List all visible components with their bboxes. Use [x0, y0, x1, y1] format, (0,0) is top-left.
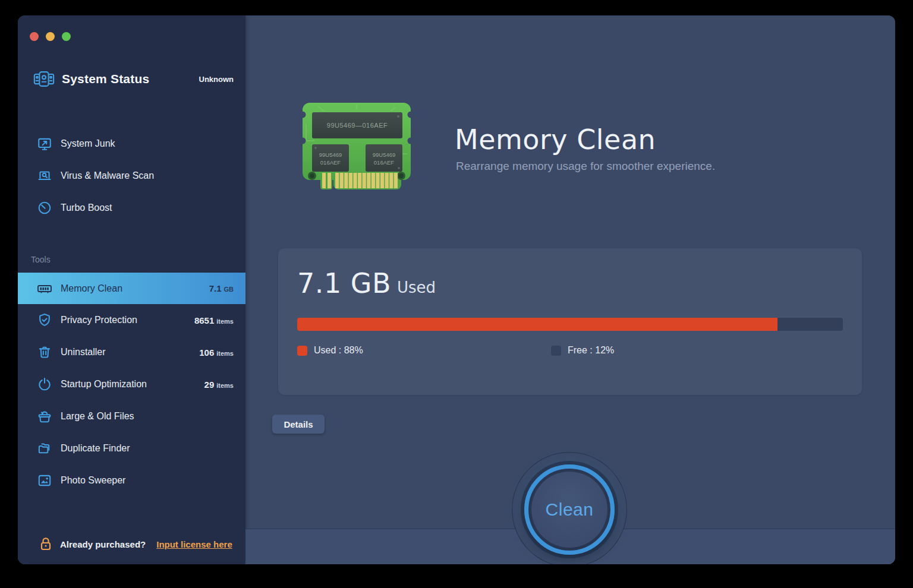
sidebar-item-startup-optimization[interactable]: Startup Optimization 29 items: [18, 368, 245, 400]
window-controls: [30, 32, 71, 41]
sidebar-item-large-old-files[interactable]: Large & Old Files: [18, 400, 245, 432]
basket-icon: [37, 409, 52, 424]
svg-text:99U5469: 99U5469: [373, 151, 396, 158]
svg-text:016AEF: 016AEF: [320, 159, 341, 166]
chip-top-label: 99U5469—016AEF: [327, 122, 388, 129]
memory-legend: Used : 88% Free : 12%: [297, 345, 843, 356]
lock-icon: [39, 536, 52, 552]
sidebar-item-system-junk[interactable]: System Junk: [18, 128, 245, 160]
main-content: 99U5469—016AEF 99U5469 016AEF 99U5469 01…: [245, 15, 895, 564]
clean-button-label: Clean: [546, 500, 594, 520]
used-swatch: [297, 346, 307, 356]
sidebar-item-label: Photo Sweeper: [61, 475, 125, 486]
sidebar-item-value: 29 items: [204, 380, 234, 390]
memory-chip-illustration: 99U5469—016AEF 99U5469 016AEF 99U5469 01…: [300, 99, 413, 193]
sidebar-item-duplicate-finder[interactable]: Duplicate Finder: [18, 432, 245, 464]
sidebar-item-value: 8651 items: [194, 315, 234, 325]
memory-usage-panel: 7.1 GB Used Used : 88% Free : 12%: [278, 248, 862, 395]
sidebar-item-label: Memory Clean: [61, 283, 122, 294]
turbo-boost-icon: [37, 200, 52, 216]
sidebar-item-label: Startup Optimization: [61, 379, 147, 390]
memory-amount-suffix: Used: [397, 279, 436, 296]
legend-used-label: Used : 88%: [314, 345, 363, 356]
legend-used: Used : 88%: [297, 345, 363, 356]
tools-section-header: Tools: [31, 255, 51, 264]
sidebar-item-label: Duplicate Finder: [61, 443, 130, 454]
app-window: System Status Unknown System Junk Virus …: [18, 15, 895, 564]
clean-button[interactable]: Clean: [524, 464, 615, 555]
sidebar-item-label: Uninstaller: [61, 347, 106, 358]
sidebar-item-value: 106 items: [199, 347, 234, 358]
sidebar: System Status Unknown System Junk Virus …: [18, 15, 245, 564]
sidebar-item-label: Virus & Malware Scan: [61, 170, 154, 181]
memory-bar-fill: [297, 318, 777, 331]
memory-clean-icon: [37, 281, 52, 296]
close-button[interactable]: [30, 32, 39, 41]
photo-icon: [37, 473, 52, 488]
sidebar-item-turbo-boost[interactable]: Turbo Boost: [18, 192, 245, 224]
trash-icon: [37, 344, 52, 360]
privacy-shield-icon: [37, 312, 52, 328]
minimize-button[interactable]: [46, 32, 55, 41]
legend-free: Free : 12%: [551, 345, 614, 356]
power-icon: [37, 377, 52, 392]
memory-amount: 7.1 GB: [297, 267, 391, 299]
duplicate-folders-icon: [37, 441, 52, 456]
svg-text:016AEF: 016AEF: [374, 159, 395, 166]
memory-bar-track: [297, 318, 843, 331]
sidebar-item-memory-clean[interactable]: Memory Clean 7.1 GB: [18, 273, 245, 304]
system-junk-icon: [37, 136, 52, 151]
virus-scan-icon: [37, 168, 52, 184]
sidebar-item-label: System Junk: [61, 138, 115, 149]
page-subtitle: Rearrange memory usage for smoother expe…: [456, 160, 715, 173]
sidebar-item-photo-sweeper[interactable]: Photo Sweeper: [18, 464, 245, 497]
input-license-link[interactable]: Input license here: [156, 539, 232, 549]
sidebar-item-privacy-protection[interactable]: Privacy Protection 8651 items: [18, 304, 245, 336]
legend-free-label: Free : 12%: [568, 345, 614, 356]
zoom-button[interactable]: [62, 32, 71, 41]
sidebar-item-label: Privacy Protection: [61, 315, 137, 325]
app-title: System Status: [62, 72, 149, 86]
page-title: Memory Clean: [455, 124, 656, 156]
sidebar-item-label: Large & Old Files: [61, 411, 134, 422]
license-prompt: Already purchased?: [60, 539, 146, 549]
sidebar-item-uninstaller[interactable]: Uninstaller 106 items: [18, 336, 245, 368]
app-header: System Status Unknown: [33, 69, 234, 89]
sidebar-item-value: 7.1 GB: [209, 283, 234, 293]
svg-text:99U5469: 99U5469: [319, 151, 342, 158]
details-button[interactable]: Details: [272, 415, 325, 434]
sidebar-item-label: Turbo Boost: [61, 203, 112, 213]
memory-amount-row: 7.1 GB Used: [297, 267, 436, 299]
app-logo-icon: [33, 69, 55, 89]
status-badge: Unknown: [199, 75, 234, 84]
free-swatch: [551, 346, 561, 356]
sidebar-item-virus-malware-scan[interactable]: Virus & Malware Scan: [18, 160, 245, 192]
license-row: Already purchased? Input license here: [39, 535, 238, 554]
